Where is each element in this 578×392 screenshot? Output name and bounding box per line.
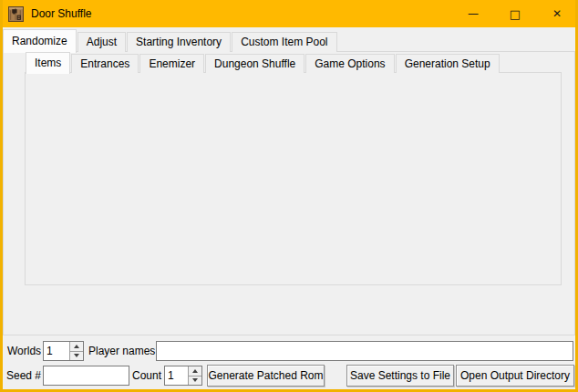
player-names-input[interactable]	[156, 341, 573, 361]
worlds-input[interactable]	[44, 342, 69, 360]
tab-starting-inventory[interactable]: Starting Inventory	[127, 32, 231, 52]
count-spin-arrows	[188, 366, 201, 385]
tab-entrances[interactable]: Entrances	[71, 54, 139, 73]
count-label: Count	[132, 366, 161, 386]
client-area: Randomize Adjust Starting Inventory Cust…	[3, 27, 575, 389]
spin-down-icon[interactable]	[189, 376, 201, 386]
app-icon	[8, 6, 24, 22]
worlds-spin-arrows	[69, 342, 83, 360]
titlebar[interactable]: Door Shuffle — □ ✕	[0, 0, 578, 27]
close-icon[interactable]: ✕	[536, 0, 578, 27]
main-tab-bar: Randomize Adjust Starting Inventory Cust…	[3, 29, 338, 52]
worlds-spinner	[43, 341, 84, 361]
tab-custom-item-pool[interactable]: Custom Item Pool	[232, 32, 336, 52]
window-controls: — □ ✕	[452, 0, 578, 27]
tab-game-options[interactable]: Game Options	[305, 54, 394, 73]
open-output-directory-button[interactable]: Open Output Directory	[456, 365, 574, 387]
count-spinner	[164, 366, 202, 386]
tab-adjust[interactable]: Adjust	[77, 32, 126, 52]
window-title: Door Shuffle	[31, 7, 92, 20]
maximize-icon[interactable]: □	[494, 0, 536, 27]
seed-label: Seed #	[6, 366, 41, 386]
count-input[interactable]	[165, 366, 188, 385]
seed-input[interactable]	[43, 366, 129, 386]
save-settings-button[interactable]: Save Settings to File	[346, 365, 454, 387]
tab-items[interactable]: Items	[26, 52, 70, 74]
worlds-label: Worlds	[7, 341, 41, 361]
spin-up-icon[interactable]	[70, 342, 83, 351]
minimize-icon[interactable]: —	[452, 0, 494, 27]
tab-dungeon-shuffle[interactable]: Dungeon Shuffle	[205, 54, 304, 73]
items-pane	[25, 72, 562, 285]
spin-up-icon[interactable]	[189, 366, 201, 376]
tab-enemizer[interactable]: Enemizer	[139, 54, 204, 73]
sub-tab-bar: Items Entrances Enemizer Dungeon Shuffle…	[26, 52, 501, 73]
player-names-label: Player names	[88, 341, 155, 361]
door-shuffle-window: Door Shuffle — □ ✕ Randomize Adjust Star…	[0, 0, 578, 392]
spin-down-icon[interactable]	[70, 351, 83, 361]
tab-generation-setup[interactable]: Generation Setup	[396, 54, 500, 73]
tab-randomize[interactable]: Randomize	[3, 29, 77, 53]
generate-patched-rom-button[interactable]: Generate Patched Rom	[207, 365, 325, 387]
